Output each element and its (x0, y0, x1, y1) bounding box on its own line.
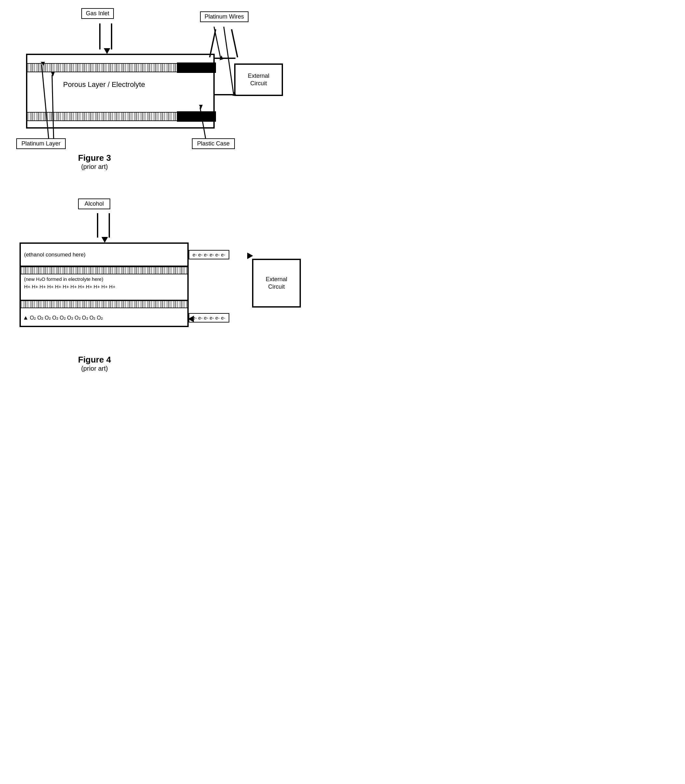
platinum-wire-line2 (231, 29, 238, 58)
platinum-layer-label: Platinum Layer (16, 138, 66, 149)
electrons-top-label: e- e- e- e- e- e- (193, 252, 226, 257)
figure4-title: Figure 4 (78, 355, 111, 365)
alcohol-arrow (101, 237, 108, 243)
platinum-wires-label: Platinum Wires (200, 11, 248, 22)
electron-arrow-left (188, 316, 194, 322)
o2-up-arrow-icon: ▲ (23, 314, 29, 321)
black-bar-top (177, 62, 216, 73)
device-body: Porous Layer / Electrolyte (26, 54, 215, 128)
gas-inlet-arrow (104, 48, 110, 54)
svg-line-2 (224, 27, 234, 94)
gas-inlet-pipe (99, 23, 112, 49)
electrolyte-line1: (new H₂O formed in electrolyte here) (24, 276, 184, 283)
black-bar-bottom (177, 111, 216, 122)
ethanol-consumed-label: (ethanol consumed here) (24, 252, 86, 258)
conn-line-top (213, 58, 235, 59)
o2-section: ▲ O₂ O₂ O₂ O₂ O₂ O₂ O₂ O₂ O₂ O₂ (21, 308, 187, 327)
ethanol-section: (ethanol consumed here) (21, 244, 187, 267)
figure3-caption: Figure 3 (prior art) (78, 153, 111, 171)
porous-electrolyte-label: Porous Layer / Electrolyte (63, 80, 145, 89)
electrons-top-box: e- e- e- e- e- e- (189, 250, 229, 259)
external-circuit-label: ExternalCircuit (248, 72, 269, 88)
electrolyte-line2: H+ H+ H+ H+ H+ H+ H+ H+ H+ H+ H+ H+ (24, 283, 184, 291)
alcohol-pipe (97, 213, 110, 237)
conn-line-bottom (213, 94, 235, 95)
platinum-wire-line1 (209, 29, 216, 58)
gas-inlet-label: Gas Inlet (81, 8, 114, 19)
figure3-title: Figure 3 (78, 153, 111, 163)
electrons-bottom-label: e- e- e- e- e- e- (193, 315, 226, 320)
porous4-layer-bottom (21, 300, 187, 308)
alcohol-label: Alcohol (78, 198, 110, 209)
page-container: Gas Inlet Porous Layer / Electrolyte Ext… (6, 7, 319, 377)
electrolyte-section: (new H₂O formed in electrolyte here) H+ … (21, 274, 187, 300)
figure3-subtitle: (prior art) (78, 163, 111, 171)
external-circuit-box: ExternalCircuit (234, 63, 283, 96)
figure4-caption: Figure 4 (prior art) (78, 355, 111, 372)
plastic-case-label: Plastic Case (192, 138, 235, 149)
external-circuit4-label: ExternalCircuit (266, 276, 287, 291)
electrons-bottom-box: e- e- e- e- e- e- (189, 313, 229, 322)
electron-arrow-right (247, 252, 253, 259)
figure3-container: Gas Inlet Porous Layer / Electrolyte Ext… (6, 7, 319, 176)
o2-label: O₂ O₂ O₂ O₂ O₂ O₂ O₂ O₂ O₂ O₂ (30, 315, 103, 321)
figure4-subtitle: (prior art) (78, 365, 111, 372)
figure4-container: Alcohol (ethanol consumed here) (new H₂O… (6, 195, 319, 377)
external-circuit4-box: ExternalCircuit (252, 259, 301, 307)
device4-body: (ethanol consumed here) (new H₂O formed … (19, 242, 189, 327)
porous4-layer-top (21, 267, 187, 274)
